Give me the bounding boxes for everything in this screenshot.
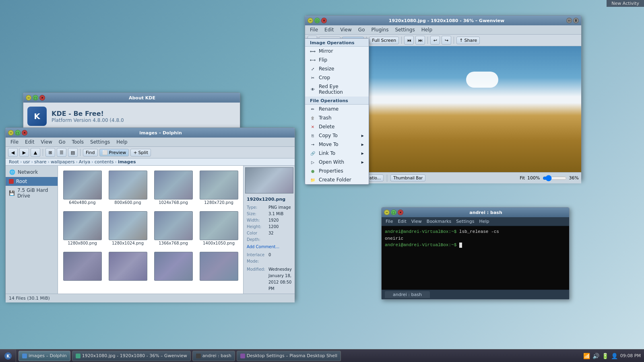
file-item-1280x720[interactable]: 1280x720.png: [198, 169, 240, 206]
file-item-r3-4[interactable]: [198, 250, 240, 283]
dolphin-minimize[interactable]: −: [8, 130, 14, 136]
terminal-menu-settings[interactable]: Settings: [454, 218, 477, 225]
taskbar-item-desktop-settings[interactable]: Desktop Settings – Plasma Desktop Shell: [237, 351, 341, 361]
gwenview-minimize[interactable]: −: [308, 18, 313, 23]
sidebar-item-harddrive[interactable]: 💾 7.5 GiB Hard Drive: [6, 186, 58, 200]
terminal-minimize[interactable]: −: [384, 210, 390, 215]
dolphin-menu-edit[interactable]: Edit: [22, 138, 37, 146]
gwenview-next-btn[interactable]: ⏭: [415, 36, 425, 45]
gwenview-menu-edit[interactable]: Edit: [321, 26, 337, 33]
file-item-640x480[interactable]: 640x480.png: [61, 169, 103, 206]
gwenview-menu-go[interactable]: Go: [355, 26, 368, 33]
gwenview-menu-view[interactable]: View: [337, 26, 355, 33]
terminal-body[interactable]: andrei@andrei-VirtualBox:~$ lsb_release …: [382, 226, 569, 290]
ctx-mirror[interactable]: ⟺ Mirror: [305, 47, 369, 56]
about-kde-minimize[interactable]: −: [26, 95, 31, 101]
taskbar-item-dolphin[interactable]: images – Dolphin: [19, 351, 70, 361]
dolphin-back-btn[interactable]: ◀: [8, 148, 18, 157]
gwenview-restore[interactable]: ⇦: [566, 18, 572, 23]
ctx-copy-to[interactable]: ⎘ Copy To: [305, 131, 369, 140]
breadcrumb-wallpapers[interactable]: wallpapers: [51, 159, 75, 165]
terminal-menu-file[interactable]: File: [383, 218, 395, 225]
dolphin-statusbar: 14 Files (30.1 MiB): [6, 294, 295, 302]
gwenview-zoom-slider[interactable]: [543, 175, 567, 181]
file-item-r3-3[interactable]: [152, 250, 194, 283]
dolphin-details-btn[interactable]: ☰: [57, 148, 66, 157]
gwenview-share-btn[interactable]: ↑Share: [456, 37, 480, 44]
terminal-tab[interactable]: andrei : bash: [385, 291, 430, 298]
breadcrumb-contents[interactable]: contents: [95, 159, 114, 165]
dolphin-compact-btn[interactable]: ▤: [68, 148, 78, 157]
ctx-trash[interactable]: 🗑 Trash: [305, 113, 369, 122]
kde-start-button[interactable]: K: [0, 350, 16, 362]
gwenview-maximize[interactable]: □: [314, 18, 320, 23]
add-comment-link[interactable]: Add Comment...: [247, 244, 279, 250]
terminal-menu-bookmarks[interactable]: Bookmarks: [424, 218, 454, 225]
breadcrumb-root[interactable]: Root: [9, 159, 19, 165]
dolphin-maximize[interactable]: □: [15, 130, 21, 136]
gwenview-menu-settings[interactable]: Settings: [392, 26, 418, 33]
terminal-maximize[interactable]: □: [391, 210, 396, 215]
file-item-800x600[interactable]: 800x600.png: [107, 169, 149, 206]
file-item-r3-2[interactable]: [107, 250, 149, 283]
desktop: New Activity − □ ✕ About KDE K KDE - Be …: [0, 0, 644, 362]
ctx-red-eye[interactable]: 👁 Red Eye Reduction: [305, 82, 369, 97]
gwenview-undo-btn[interactable]: ↩: [430, 36, 440, 45]
gwenview-menu-plugins[interactable]: Plugins: [368, 26, 392, 33]
dolphin-split-btn[interactable]: +Split: [130, 149, 151, 156]
ctx-resize[interactable]: ⤢ Resize: [305, 64, 369, 73]
gwenview-more[interactable]: ⬆: [573, 18, 579, 23]
ctx-move-to[interactable]: → Move To: [305, 140, 369, 149]
breadcrumb-ariya[interactable]: Ariya: [79, 159, 90, 165]
dolphin-find-btn[interactable]: Find: [83, 149, 98, 156]
dolphin-forward-btn[interactable]: ▶: [19, 148, 29, 157]
gwenview-redo-btn[interactable]: ↪: [442, 36, 451, 45]
dolphin-icons-btn[interactable]: ⊞: [45, 148, 55, 157]
file-item-r3-1[interactable]: [61, 250, 103, 283]
new-activity-button[interactable]: New Activity: [607, 0, 644, 7]
gwenview-prev-btn[interactable]: ⏮: [404, 36, 414, 45]
dolphin-menu-tools[interactable]: Tools: [68, 138, 87, 146]
gwenview-close[interactable]: ✕: [321, 18, 327, 23]
file-item-1366x768[interactable]: 1366x768.png: [152, 210, 194, 247]
breadcrumb-share[interactable]: share: [34, 159, 47, 165]
dolphin-menu-help[interactable]: Help: [113, 138, 130, 146]
file-item-1024x768[interactable]: 1024x768.png: [152, 169, 194, 206]
taskbar-item-gwenview[interactable]: 1920x1080.jpg - 1920x1080 - 36% – Gwenvi…: [72, 351, 191, 361]
ctx-open-with[interactable]: ▷ Open With: [305, 158, 369, 167]
gwenview-menu-file[interactable]: File: [307, 26, 321, 33]
terminal-menu-edit[interactable]: Edit: [395, 218, 409, 225]
ctx-create-folder[interactable]: 📁 Create Folder: [305, 175, 369, 184]
breadcrumb-images[interactable]: images: [118, 159, 136, 165]
dolphin-up-btn[interactable]: ▲: [31, 148, 40, 157]
sidebar-item-root[interactable]: Root: [6, 177, 58, 186]
dolphin-file-grid[interactable]: 640x480.png 800x600.png 1024x768.png: [58, 166, 243, 294]
terminal-menu-view[interactable]: View: [409, 218, 424, 225]
dolphin-menu-view[interactable]: View: [37, 138, 55, 146]
gwenview-fit-btn[interactable]: Fit: [520, 175, 525, 181]
sidebar-item-network[interactable]: 🌐 Network: [6, 167, 58, 177]
dolphin-menu-file[interactable]: File: [7, 138, 22, 146]
ctx-rename[interactable]: ✏ Rename: [305, 105, 369, 113]
ctx-flip[interactable]: ⟷ Flip: [305, 56, 369, 64]
gwenview-menu-help[interactable]: Help: [418, 26, 436, 33]
ctx-crop[interactable]: ✂ Crop: [305, 73, 369, 82]
ctx-properties[interactable]: ● Properties: [305, 167, 369, 175]
dolphin-close[interactable]: ✕: [22, 130, 27, 136]
terminal-close[interactable]: ✕: [398, 210, 403, 215]
ctx-delete[interactable]: ✕ Delete: [305, 122, 369, 131]
gwenview-fullscreen-btn[interactable]: Full Screen: [369, 37, 399, 44]
dolphin-menu-settings[interactable]: Settings: [87, 138, 113, 146]
taskbar-item-terminal[interactable]: andrei : bash: [192, 351, 235, 361]
about-kde-close[interactable]: ✕: [39, 95, 45, 101]
file-item-1280x800[interactable]: 1280x800.png: [61, 210, 103, 247]
breadcrumb-usr[interactable]: usr: [23, 159, 30, 165]
ctx-link-to[interactable]: 🔗 Link To: [305, 149, 369, 158]
terminal-menu-help[interactable]: Help: [477, 218, 491, 225]
about-kde-maximize[interactable]: □: [33, 95, 38, 101]
dolphin-preview-btn[interactable]: ⬜Preview: [99, 149, 129, 156]
file-item-1400x1050[interactable]: 1400x1050.png: [198, 210, 240, 247]
gwenview-thumbnail-bar-btn[interactable]: Thumbnail Bar: [390, 175, 425, 181]
file-item-1280x1024[interactable]: 1280x1024.png: [107, 210, 149, 247]
dolphin-menu-go[interactable]: Go: [56, 138, 69, 146]
